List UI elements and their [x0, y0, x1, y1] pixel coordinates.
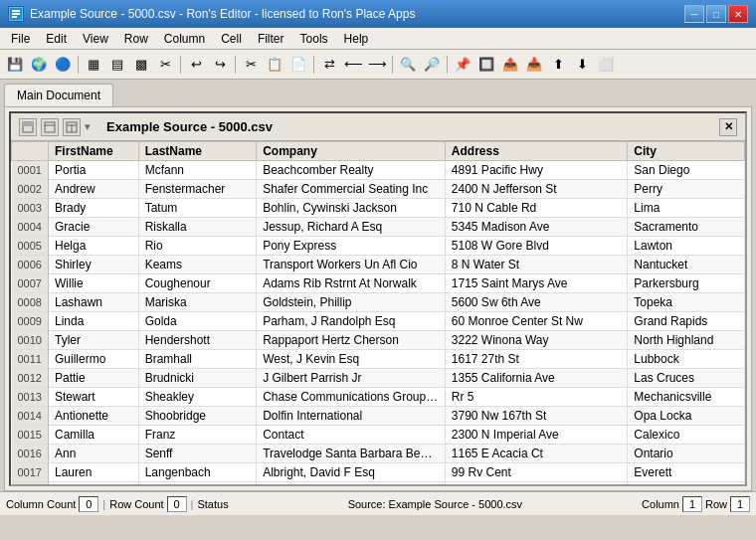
col-header-firstname: FirstName: [48, 142, 138, 161]
cell-rownum: 0007: [12, 274, 49, 293]
toolbar-copy[interactable]: 📋: [264, 54, 285, 76]
cell-city: Atlanta: [628, 482, 745, 485]
panel-icon-btn-3[interactable]: [63, 118, 81, 136]
toolbar-sep-1: [78, 56, 79, 74]
toolbar-sep-5: [392, 56, 393, 74]
toolbar-blank[interactable]: ⬜: [595, 54, 617, 76]
toolbar-grid1[interactable]: ▦: [83, 54, 104, 76]
table-row[interactable]: 0002AndrewFenstermacherShafer Commercial…: [12, 180, 745, 199]
col-header-company: Company: [257, 142, 446, 161]
panel-icon-btn-1[interactable]: [19, 118, 37, 136]
menu-item-edit[interactable]: Edit: [39, 29, 74, 49]
table-row[interactable]: 0007WillieCoughenourAdams Rib Rstrnt At …: [12, 274, 745, 293]
menu-item-filter[interactable]: Filter: [251, 29, 291, 49]
toolbar-right[interactable]: ⟶: [366, 54, 388, 76]
toolbar-sort[interactable]: ⇄: [318, 54, 340, 76]
status-source: Source: Example Source - 5000.csv: [233, 498, 638, 510]
table-row[interactable]: 0006ShirleyKeamsTransport Workers Un Afl…: [12, 256, 745, 274]
panel-dropdown[interactable]: ▾: [85, 120, 91, 133]
column-label: Column: [642, 498, 679, 510]
table-row[interactable]: 0017LaurenLangenbachAlbright, David F Es…: [12, 463, 745, 482]
table-row[interactable]: 0009LindaGoldaParham, J Randolph Esq60 M…: [12, 312, 745, 331]
toolbar-cut[interactable]: ✂: [154, 54, 176, 76]
cell-firstname: Ann: [48, 445, 138, 463]
menu-item-tools[interactable]: Tools: [293, 29, 335, 49]
cell-firstname: Gracie: [48, 218, 138, 237]
panel-close-button[interactable]: ✕: [719, 118, 737, 136]
cell-rownum: 0017: [12, 463, 49, 482]
table-row[interactable]: 0015CamillaFranzContact2300 N Imperial A…: [12, 426, 745, 445]
menu-item-column[interactable]: Column: [157, 29, 212, 49]
minimize-button[interactable]: ─: [684, 5, 704, 23]
menu-item-row[interactable]: Row: [117, 29, 155, 49]
toolbar-down[interactable]: ⬇: [571, 54, 593, 76]
table-row[interactable]: 0010TylerHendershottRappaport Hertz Cher…: [12, 331, 745, 350]
toolbar-circle[interactable]: 🔵: [52, 54, 74, 76]
table-row[interactable]: 0016AnnSenffTravelodge Santa Barbara Bea…: [12, 445, 745, 463]
main-content: ▾ Example Source - 5000.csv ✕ FirstName …: [4, 106, 752, 491]
table-row[interactable]: 0011GuillermoBramhallWest, J Kevin Esq16…: [12, 350, 745, 369]
toolbar-up[interactable]: ⬆: [547, 54, 569, 76]
close-button[interactable]: ✕: [728, 5, 748, 23]
toolbar-web[interactable]: 🌍: [28, 54, 50, 76]
menu-item-cell[interactable]: Cell: [214, 29, 249, 49]
table-row[interactable]: 0005HelgaRioPony Express5108 W Gore Blvd…: [12, 237, 745, 256]
menu-item-help[interactable]: Help: [337, 29, 376, 49]
row-count-field: Row Count 0: [109, 496, 186, 512]
toolbar-grid2[interactable]: ▤: [106, 54, 128, 76]
cell-city: Topeka: [628, 293, 745, 312]
cell-lastname: Rio: [138, 237, 257, 256]
svg-rect-3: [12, 16, 17, 18]
toolbar-save[interactable]: 💾: [4, 54, 26, 76]
status-sep-2: |: [191, 498, 194, 510]
toolbar-undo[interactable]: ↩: [185, 54, 207, 76]
toolbar: 💾 🌍 🔵 ▦ ▤ ▩ ✂ ↩ ↪ ✂ 📋 📄 ⇄ ⟵ ⟶ 🔍 🔎 📌 🔲 📤 …: [0, 50, 756, 80]
toolbar-export[interactable]: 📤: [499, 54, 521, 76]
table-row[interactable]: 0013StewartSheakleyChase Communications …: [12, 388, 745, 407]
app-icon: [8, 6, 24, 22]
table-row[interactable]: 0018JuliaCokinsAti Title Company3405 Pie…: [12, 482, 745, 485]
cell-rownum: 0013: [12, 388, 49, 407]
cell-address: 3790 Nw 167th St: [445, 407, 627, 426]
cell-address: 8 N Water St: [445, 256, 627, 274]
table-row[interactable]: 0014AntionetteShoobridgeDolfin Internati…: [12, 407, 745, 426]
cell-rownum: 0011: [12, 350, 49, 369]
table-row[interactable]: 0004GracieRiskallaJessup, Richard A Esq5…: [12, 218, 745, 237]
menu-item-file[interactable]: File: [4, 29, 37, 49]
cell-rownum: 0004: [12, 218, 49, 237]
cell-city: Nantucket: [628, 256, 745, 274]
cell-lastname: Sheakley: [138, 388, 257, 407]
toolbar-redo[interactable]: ↪: [209, 54, 231, 76]
tab-main-document[interactable]: Main Document: [4, 84, 113, 106]
toolbar-search2[interactable]: 🔎: [421, 54, 443, 76]
cell-company: Bohlin, Cywinski Jackson: [257, 199, 446, 218]
toolbar-import[interactable]: 📥: [523, 54, 545, 76]
toolbar-grid3[interactable]: ▩: [130, 54, 152, 76]
cell-firstname: Shirley: [48, 256, 138, 274]
cell-lastname: Shoobridge: [138, 407, 257, 426]
cell-lastname: Mcfann: [138, 161, 257, 180]
toolbar-paste[interactable]: 📄: [287, 54, 309, 76]
toolbar-cut2[interactable]: ✂: [240, 54, 262, 76]
toolbar-frame[interactable]: 🔲: [475, 54, 497, 76]
menu-item-view[interactable]: View: [76, 29, 115, 49]
panel-icon-btn-2[interactable]: [41, 118, 59, 136]
cell-rownum: 0012: [12, 369, 49, 388]
status-right: Column 1 Row 1: [642, 496, 750, 512]
toolbar-left[interactable]: ⟵: [342, 54, 364, 76]
table-row[interactable]: 0012PattieBrudnickiJ Gilbert Parrish Jr1…: [12, 369, 745, 388]
column-count-value: 0: [79, 496, 98, 512]
toolbar-pin[interactable]: 📌: [452, 54, 473, 76]
cell-company: Contact: [257, 426, 446, 445]
cell-lastname: Brudnicki: [138, 369, 257, 388]
cell-city: Calexico: [628, 426, 745, 445]
maximize-button[interactable]: □: [706, 5, 726, 23]
table-row[interactable]: 0003BradyTatumBohlin, Cywinski Jackson71…: [12, 199, 745, 218]
table-container[interactable]: FirstName LastName Company Address City …: [11, 141, 745, 484]
toolbar-search1[interactable]: 🔍: [397, 54, 419, 76]
cell-firstname: Willie: [48, 274, 138, 293]
cell-rownum: 0010: [12, 331, 49, 350]
tab-bar: Main Document: [0, 80, 756, 106]
table-row[interactable]: 0008LashawnMariskaGoldstein, Phillip5600…: [12, 293, 745, 312]
table-row[interactable]: 0001PortiaMcfannBeachcomber Realty4891 P…: [12, 161, 745, 180]
